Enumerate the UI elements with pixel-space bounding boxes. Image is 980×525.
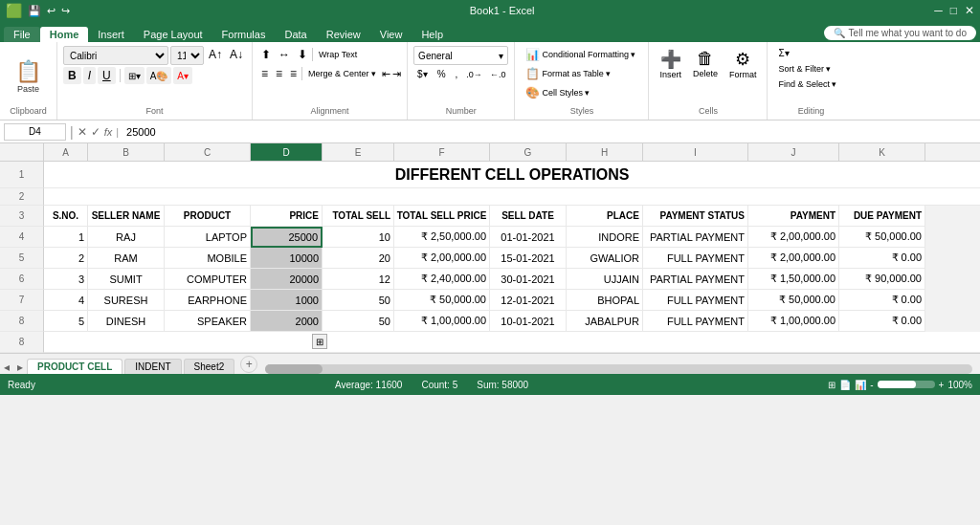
- cell-7-a[interactable]: 4: [44, 290, 88, 311]
- insert-button[interactable]: ➕ Insert: [655, 46, 686, 106]
- conditional-formatting-button[interactable]: 📊 Conditional Formatting ▾: [521, 46, 642, 63]
- cell-4-i[interactable]: PARTIAL PAYMENT: [643, 227, 748, 248]
- col-header-b[interactable]: B: [88, 143, 165, 161]
- cell-styles-button[interactable]: 🎨 Cell Styles ▾: [521, 84, 642, 101]
- increase-font-icon[interactable]: A↑: [206, 46, 225, 65]
- increase-decimal-button[interactable]: .0→: [463, 68, 485, 81]
- col-header-j[interactable]: J: [748, 143, 839, 161]
- cell-7-d[interactable]: 1000: [251, 290, 323, 311]
- col-header-f[interactable]: F: [394, 143, 490, 161]
- cell-8-e[interactable]: 50: [323, 311, 394, 332]
- header-sell-date[interactable]: SELL DATE: [490, 206, 567, 227]
- maximize-icon[interactable]: □: [950, 4, 957, 17]
- page-break-view-icon[interactable]: 📊: [855, 380, 866, 390]
- align-middle-icon[interactable]: ↔: [276, 46, 293, 63]
- cell-5-g[interactable]: 15-01-2021: [490, 248, 567, 269]
- cell-5-k[interactable]: ₹ 0.00: [839, 248, 925, 269]
- save-icon[interactable]: 💾: [28, 5, 41, 17]
- cell-7-f[interactable]: ₹ 50,000.00: [394, 290, 490, 311]
- header-payment[interactable]: PAYMENT: [748, 206, 839, 227]
- cell-8-full[interactable]: ⊞: [44, 332, 980, 353]
- header-price[interactable]: PRICE: [251, 206, 323, 227]
- col-header-i[interactable]: I: [643, 143, 748, 161]
- tab-file[interactable]: File: [4, 27, 40, 42]
- align-left-icon[interactable]: ≡: [258, 65, 271, 82]
- cell-8-j[interactable]: ₹ 1,00,000.00: [748, 311, 839, 332]
- tab-home[interactable]: Home: [40, 27, 89, 42]
- cell-5-j[interactable]: ₹ 2,00,000.00: [748, 248, 839, 269]
- cell-7-b[interactable]: SURESH: [88, 290, 165, 311]
- cancel-formula-icon[interactable]: ✕: [78, 125, 87, 139]
- format-as-table-button[interactable]: 📋 Format as Table ▾: [521, 65, 642, 82]
- sheet-tab-sheet2[interactable]: Sheet2: [184, 359, 235, 374]
- cell-5-c[interactable]: MOBILE: [165, 248, 251, 269]
- cell-5-a[interactable]: 2: [44, 248, 88, 269]
- formula-input[interactable]: 25000: [122, 123, 976, 141]
- cell-6-k[interactable]: ₹ 90,000.00: [839, 269, 925, 290]
- name-box[interactable]: D4: [4, 123, 66, 141]
- underline-button[interactable]: U: [98, 67, 116, 84]
- sheet-tab-product-cell[interactable]: PRODUCT CELL: [27, 359, 122, 374]
- col-header-k[interactable]: K: [839, 143, 925, 161]
- italic-button[interactable]: I: [83, 67, 96, 84]
- col-header-c[interactable]: C: [165, 143, 251, 161]
- zoom-out-icon[interactable]: -: [870, 380, 873, 390]
- decrease-font-icon[interactable]: A↓: [227, 46, 246, 65]
- align-top-icon[interactable]: ⬆: [258, 46, 274, 63]
- cell-6-a[interactable]: 3: [44, 269, 88, 290]
- header-seller-name[interactable]: SELLER NAME: [88, 206, 165, 227]
- cell-8-g[interactable]: 10-01-2021: [490, 311, 567, 332]
- cell-6-j[interactable]: ₹ 1,50,000.00: [748, 269, 839, 290]
- indent-decrease-icon[interactable]: ⇤: [382, 68, 390, 80]
- col-header-a[interactable]: A: [44, 143, 88, 161]
- align-bottom-icon[interactable]: ⬇: [295, 46, 310, 63]
- cell-4-a[interactable]: 1: [44, 227, 88, 248]
- paste-button[interactable]: 📋 Paste: [11, 57, 45, 96]
- cell-8-i[interactable]: FULL PAYMENT: [643, 311, 748, 332]
- row-num-3[interactable]: 3: [0, 206, 44, 227]
- tab-insert[interactable]: Insert: [88, 27, 134, 42]
- tab-review[interactable]: Review: [317, 27, 370, 42]
- cell-6-g[interactable]: 30-01-2021: [490, 269, 567, 290]
- header-product[interactable]: PRODUCT: [165, 206, 251, 227]
- header-total-sell-price[interactable]: TOTAL SELL PRICE: [394, 206, 490, 227]
- row-num-1[interactable]: 1: [0, 162, 44, 188]
- cell-5-d[interactable]: 10000: [251, 248, 323, 269]
- tab-view[interactable]: View: [370, 27, 412, 42]
- header-total-sell[interactable]: TOTAL SELL: [323, 206, 394, 227]
- sort-filter-button[interactable]: Sort & Filter ▾: [773, 62, 848, 76]
- add-sheet-button[interactable]: +: [240, 356, 257, 373]
- cell-8-h[interactable]: JABALPUR: [567, 311, 643, 332]
- tell-me-box[interactable]: 🔍 Tell me what you want to do: [824, 26, 976, 40]
- row-num-2[interactable]: 2: [0, 188, 44, 206]
- col-header-e[interactable]: E: [323, 143, 394, 161]
- indent-increase-icon[interactable]: ⇥: [392, 68, 401, 80]
- tab-data[interactable]: Data: [275, 27, 316, 42]
- tab-formulas[interactable]: Formulas: [212, 27, 276, 42]
- cell-8-d[interactable]: 2000: [251, 311, 323, 332]
- zoom-in-icon[interactable]: +: [939, 380, 945, 390]
- cell-8-a[interactable]: 5: [44, 311, 88, 332]
- minimize-icon[interactable]: ─: [934, 4, 943, 17]
- delete-button[interactable]: 🗑 Delete: [688, 46, 723, 106]
- cell-4-c[interactable]: LAPTOP: [165, 227, 251, 248]
- sheet-tab-nav-left[interactable]: ◂: [0, 361, 13, 374]
- cell-6-e[interactable]: 12: [323, 269, 394, 290]
- cell-8-k[interactable]: ₹ 0.00: [839, 311, 925, 332]
- paste-options-icon[interactable]: ⊞: [312, 334, 327, 349]
- title-cell[interactable]: DIFFERENT CELL OPERATIONS: [44, 162, 980, 188]
- cell-4-h[interactable]: INDORE: [567, 227, 643, 248]
- cell-5-h[interactable]: GWALIOR: [567, 248, 643, 269]
- cell-4-e[interactable]: 10: [323, 227, 394, 248]
- cell-7-j[interactable]: ₹ 50,000.00: [748, 290, 839, 311]
- format-button[interactable]: ⚙ Format: [724, 46, 762, 106]
- cell-5-i[interactable]: FULL PAYMENT: [643, 248, 748, 269]
- cell-6-f[interactable]: ₹ 2,40,000.00: [394, 269, 490, 290]
- currency-button[interactable]: $▾: [413, 67, 432, 81]
- cell-7-k[interactable]: ₹ 0.00: [839, 290, 925, 311]
- header-payment-status[interactable]: PAYMENT STATUS: [643, 206, 748, 227]
- cell-4-d[interactable]: 25000: [251, 227, 323, 248]
- cell-6-h[interactable]: UJJAIN: [567, 269, 643, 290]
- header-due-payment[interactable]: DUE PAYMENT: [839, 206, 925, 227]
- cell-7-h[interactable]: BHOPAL: [567, 290, 643, 311]
